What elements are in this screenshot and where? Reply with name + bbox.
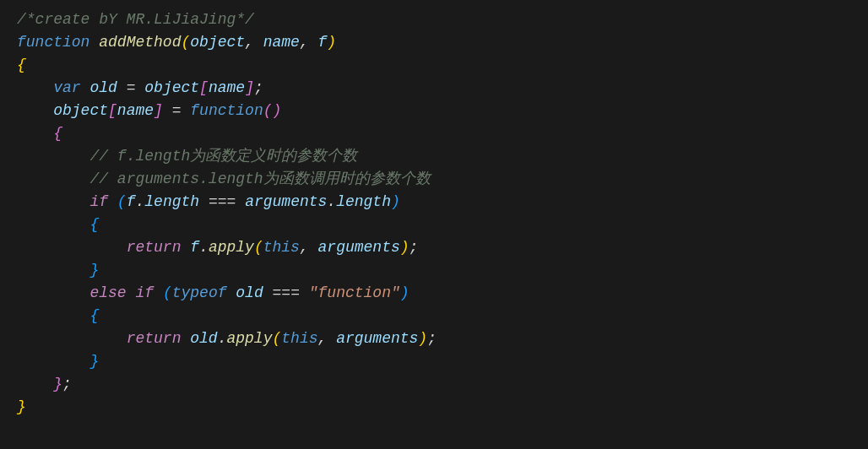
code-line: var old = object[name]; [17, 77, 851, 100]
property: length [144, 193, 199, 210]
keyword-var: var [53, 79, 80, 96]
variable: arguments [336, 330, 418, 347]
brace-close: } [53, 376, 62, 392]
brace-close: } [90, 262, 99, 279]
paren-open: ( [254, 239, 263, 256]
param: name [263, 34, 300, 51]
paren-open: ( [163, 284, 172, 301]
variable: object [144, 79, 199, 96]
variable: arguments [245, 193, 327, 210]
function-name: addMethod [99, 34, 181, 51]
keyword-return: return [127, 330, 182, 347]
property: length [336, 193, 391, 210]
variable: name [209, 79, 245, 96]
code-line: if (f.length === arguments.length) [17, 191, 851, 214]
code-line: // arguments.length为函数调用时的参数个数 [17, 168, 851, 191]
code-line: { [17, 122, 851, 145]
code-line: } [17, 396, 851, 419]
code-line: else if (typeof old === "function") [17, 282, 851, 305]
code-line: { [17, 54, 851, 77]
code-line: }; [17, 373, 851, 396]
code-line: } [17, 350, 851, 373]
bracket-close: ] [245, 79, 254, 96]
method: apply [209, 239, 254, 256]
paren-open: ( [117, 193, 127, 210]
code-line: object[name] = function() [17, 100, 851, 122]
comment-text: // arguments.length为函数调用时的参数个数 [90, 170, 430, 187]
code-line: return f.apply(this, arguments); [17, 236, 851, 259]
bracket-close: ] [154, 102, 163, 119]
code-editor[interactable]: /*create bY MR.LiJiaJing*/ function addM… [17, 8, 851, 419]
variable: arguments [318, 239, 400, 256]
brace-open: { [90, 216, 99, 233]
paren-close: ) [391, 193, 400, 210]
keyword-function: function [190, 102, 263, 119]
keyword-function: function [17, 34, 90, 51]
keyword-return: return [127, 239, 182, 256]
string-literal: "function" [309, 284, 400, 301]
variable: old [90, 79, 117, 96]
code-line: function addMethod(object, name, f) [17, 31, 851, 54]
code-line: } [17, 259, 851, 282]
brace-open: { [17, 57, 26, 73]
paren-close: ) [273, 102, 282, 119]
brace-open: { [90, 307, 99, 324]
paren-close: ) [400, 284, 410, 301]
variable: object [53, 102, 108, 119]
variable: f [190, 239, 199, 256]
code-line: { [17, 305, 851, 327]
variable: name [117, 102, 154, 119]
paren-close: ) [327, 34, 336, 51]
keyword-if: if [135, 284, 154, 301]
brace-close: } [90, 353, 99, 370]
code-line: return old.apply(this, arguments); [17, 327, 851, 350]
paren-open: ( [272, 330, 281, 347]
brace-open: { [53, 125, 62, 142]
variable: old [236, 284, 263, 301]
bracket-open: [ [108, 102, 117, 119]
paren-close: ) [400, 239, 410, 256]
keyword-if: if [90, 193, 108, 210]
method: apply [226, 330, 272, 347]
keyword-this: this [281, 330, 317, 347]
variable: old [190, 330, 217, 347]
comment-text: /*create bY MR.LiJiaJing*/ [17, 11, 254, 28]
variable: f [127, 193, 136, 210]
code-line: /*create bY MR.LiJiaJing*/ [17, 8, 851, 31]
paren-open: ( [263, 102, 273, 119]
bracket-open: [ [199, 79, 209, 96]
code-line: // f.length为函数定义时的参数个数 [17, 145, 851, 168]
paren-open: ( [181, 34, 190, 51]
keyword-this: this [263, 239, 300, 256]
param: f [318, 34, 328, 51]
keyword-typeof: typeof [172, 284, 227, 301]
comment-text: // f.length为函数定义时的参数个数 [90, 148, 357, 165]
paren-close: ) [418, 330, 427, 347]
keyword-else: else [90, 284, 126, 301]
param: object [190, 34, 245, 51]
brace-close: } [17, 398, 26, 415]
code-line: { [17, 214, 851, 236]
